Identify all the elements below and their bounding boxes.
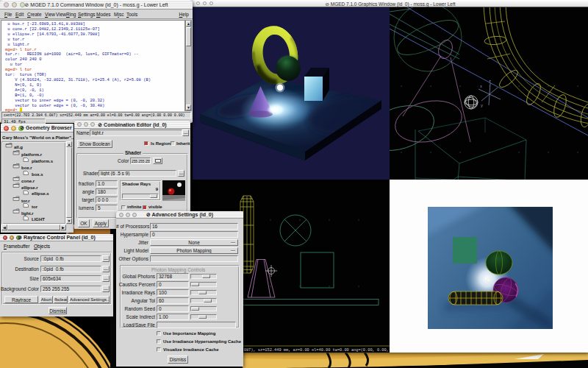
svg-text:tor.r: tor.r (21, 199, 30, 203)
svg-text:ellipse.r: ellipse.r (21, 185, 38, 190)
svg-text:ellipse.s: ellipse.s (32, 191, 49, 196)
svg-text:box.s: box.s (32, 172, 43, 177)
svg-text:light.r: light.r (21, 211, 34, 216)
svg-text:LIGHT: LIGHT (32, 217, 45, 222)
svg-text:x: x (480, 85, 482, 89)
svg-text:y: y (481, 104, 483, 108)
svg-text:platform.s: platform.s (32, 159, 54, 163)
svg-text:z: z (489, 79, 491, 84)
svg-text:all.g: all.g (14, 145, 23, 149)
svg-text:platform.r: platform.r (21, 152, 43, 157)
svg-text:box.r: box.r (21, 166, 32, 170)
svg-text:cone.r: cone.r (21, 179, 35, 183)
svg-text:tor: tor (32, 205, 38, 209)
